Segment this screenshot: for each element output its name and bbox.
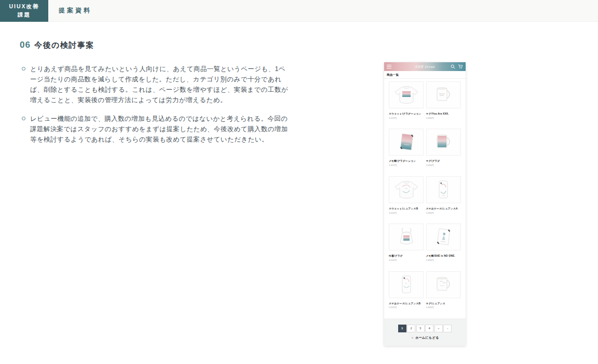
product-image[interactable]: [389, 81, 424, 108]
product-price: 1,690円: [426, 164, 461, 166]
product-image[interactable]: [389, 129, 424, 156]
page-button-3[interactable]: 3: [416, 325, 425, 332]
circle-bullet-icon: [22, 67, 25, 71]
section-title: 今後の検討事案: [34, 40, 94, 50]
hamburger-menu-icon[interactable]: [387, 65, 391, 68]
product-name: スウェット/グラデーション: [389, 113, 424, 116]
product-price: 1,690円: [426, 259, 461, 261]
product-grid: スウェット/グラデーション 3,202円 マグ/You Are XXX. 1,6…: [384, 79, 466, 318]
product-name: メモ帳/グラデーション: [389, 160, 424, 163]
product-name: マグ/You Are XXX.: [426, 113, 461, 116]
product-price: 3,202円: [389, 212, 424, 214]
product-name: スウェット/ニュアンスB: [389, 207, 424, 211]
product-card[interactable]: 巾着/グラデ 3,202円: [389, 223, 424, 271]
bullet-item: とりあえず商品を見てみたいという人向けに、あえて商品一覧というページも、1ページ…: [22, 64, 293, 105]
product-name: スマホケース/ニュアンスB: [389, 302, 424, 305]
last-page-button[interactable]: »: [434, 325, 443, 332]
product-image[interactable]: [389, 223, 424, 250]
product-name: 巾着/グラデ: [389, 255, 424, 258]
chevron-left-icon: ＜: [411, 336, 414, 340]
project-logo: UIUX改善 課題: [0, 0, 48, 22]
document-title: 提案資料: [59, 6, 92, 15]
product-card[interactable]: メモ帳/SHE is NO ONE. 1,690円: [426, 223, 461, 271]
pagination: 1 2 3 4 » ›: [398, 325, 452, 332]
product-price: 3,202円: [389, 259, 424, 261]
section-number: 06: [20, 40, 31, 50]
product-card[interactable]: スマホケース/ニュアンスA 1,690円: [426, 176, 461, 223]
section-heading: 06 今後の検討事案: [20, 40, 94, 50]
product-name: マグ/ニュアンス: [426, 302, 461, 305]
slide-header: UIUX改善 課題 提案資料: [0, 0, 598, 22]
product-image[interactable]: [389, 271, 424, 298]
product-card[interactable]: マグ/You Are XXX. 1,690円: [426, 81, 461, 129]
product-image[interactable]: [426, 176, 461, 203]
product-list-mockup: SHE loves 商品一覧 スウェット/グラデーション 3,202円 マグ/Y…: [384, 62, 466, 346]
product-image[interactable]: [389, 176, 424, 203]
product-price: 1,690円: [426, 212, 461, 214]
product-card[interactable]: マグ/ニュアンス 1,690円: [426, 271, 461, 318]
product-price: 1,690円: [426, 117, 461, 119]
search-icon[interactable]: [451, 64, 455, 69]
product-image[interactable]: [426, 81, 461, 108]
bullet-item: レビュー機能の追加で、購入数の増加も見込めるのではないかと考えられる。今回の課題…: [22, 114, 293, 145]
product-card[interactable]: スウェット/グラデーション 3,202円: [389, 81, 424, 129]
product-name: スマホケース/ニュアンスA: [426, 207, 461, 211]
bullet-list: とりあえず商品を見てみたいという人向けに、あえて商品一覧というページも、1ページ…: [22, 64, 293, 153]
cart-icon[interactable]: [458, 64, 463, 69]
project-logo-line1: UIUX改善: [9, 3, 39, 10]
product-name: メモ帳/SHE is NO ONE.: [426, 255, 461, 258]
product-card[interactable]: スウェット/ニュアンスB 3,202円: [389, 176, 424, 223]
mockup-footer: 1 2 3 4 » › ＜ ホームにもどる: [384, 318, 466, 346]
page-button-1[interactable]: 1: [398, 325, 406, 332]
product-name: マグ/グラデ: [426, 160, 461, 163]
page-label: 商品一覧: [384, 71, 466, 79]
bullet-text: とりあえず商品を見てみたいという人向けに、あえて商品一覧というページも、1ページ…: [30, 64, 290, 105]
product-price: 3,202円: [389, 117, 424, 119]
product-price: 1,357円: [389, 164, 424, 166]
next-page-button[interactable]: ›: [443, 325, 452, 332]
product-price: 3,202円: [389, 306, 424, 309]
back-to-home-label: ホームにもどる: [415, 335, 439, 340]
product-price: 1,690円: [426, 306, 461, 309]
mockup-site-header: SHE loves: [384, 62, 466, 71]
page-button-4[interactable]: 4: [425, 325, 433, 332]
product-card[interactable]: スマホケース/ニュアンスB 3,202円: [389, 271, 424, 318]
circle-bullet-icon: [22, 117, 25, 120]
product-card[interactable]: メモ帳/グラデーション 1,357円: [389, 129, 424, 176]
bullet-text: レビュー機能の追加で、購入数の増加も見込めるのではないかと考えられる。今回の課題…: [30, 114, 290, 145]
product-image[interactable]: [426, 271, 461, 298]
product-image[interactable]: [426, 129, 461, 156]
project-logo-line2: 課題: [18, 11, 31, 19]
product-card[interactable]: マグ/グラデ 1,690円: [426, 129, 461, 176]
page-button-2[interactable]: 2: [407, 325, 415, 332]
back-to-home-link[interactable]: ＜ ホームにもどる: [411, 335, 439, 340]
product-image[interactable]: [426, 223, 461, 250]
